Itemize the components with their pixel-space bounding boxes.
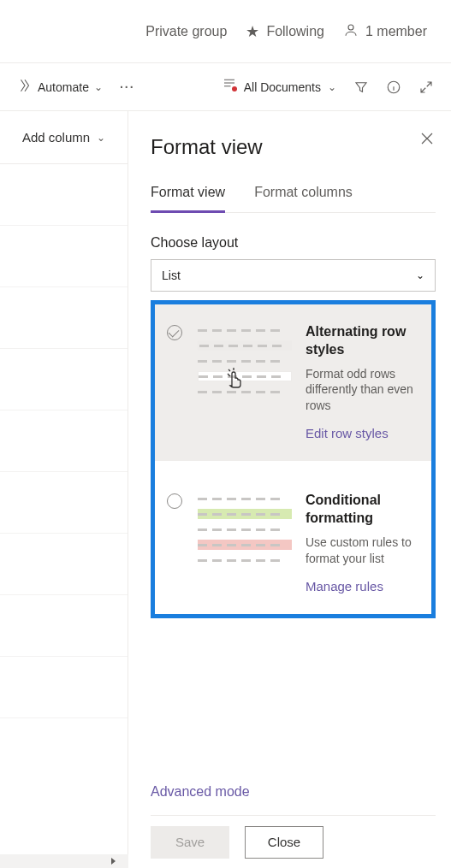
pointer-cursor-icon [223,366,244,391]
chevron-down-icon: ⌄ [328,81,336,93]
advanced-mode-link[interactable]: Advanced mode [151,784,250,800]
option-desc: Use custom rules to format your list [306,534,419,567]
chevron-down-icon: ⌄ [94,81,103,93]
save-button: Save [151,826,229,859]
option-title: Conditional formatting [306,492,419,528]
option-title: Alternating row styles [306,323,419,359]
add-column-button[interactable]: Add column ⌄ [0,111,128,164]
automate-menu[interactable]: Automate ⌄ [17,78,103,96]
tab-format-view[interactable]: Format view [151,185,225,213]
chevron-down-icon: ⌄ [97,132,105,144]
list-view-icon [222,75,237,98]
follow-toggle[interactable]: ★ Following [246,24,324,39]
horizontal-scroll-hint[interactable] [0,854,128,868]
close-pane-button[interactable] [420,132,434,148]
view-switcher[interactable]: All Documents ⌄ [222,75,336,98]
notification-dot-icon [232,86,237,92]
option-desc: Format odd rows differently than even ro… [306,366,419,415]
radio-alternating[interactable] [167,323,184,440]
svg-point-0 [348,25,353,30]
option-alternating-rows[interactable]: Alternating row styles Format odd rows d… [155,304,431,461]
format-style-options: Alternating row styles Format odd rows d… [151,300,436,618]
group-kind: Private group [145,24,227,39]
star-icon: ★ [246,24,259,39]
pane-title: Format view [151,135,436,159]
filter-button[interactable] [353,80,369,95]
layout-dropdown[interactable]: List ⌄ [151,259,436,292]
tab-format-columns[interactable]: Format columns [254,185,353,212]
person-icon [343,22,359,41]
overflow-menu[interactable]: ··· [120,80,135,94]
list-rows-placeholder [0,164,128,868]
members-count[interactable]: 1 member [343,22,427,41]
manage-rules-link[interactable]: Manage rules [306,579,419,593]
info-button[interactable] [386,80,401,95]
flow-icon [17,78,33,96]
thumb-alternating-icon [198,323,292,440]
thumb-conditional-icon [198,492,292,593]
expand-button[interactable] [418,80,434,95]
close-button[interactable]: Close [245,826,323,859]
format-view-pane: Format view Format view Format columns C… [128,111,451,868]
radio-conditional[interactable] [167,492,184,593]
option-conditional-formatting[interactable]: Conditional formatting Use custom rules … [155,473,431,613]
chevron-down-icon: ⌄ [416,269,424,281]
layout-label: Choose layout [151,235,436,251]
edit-row-styles-link[interactable]: Edit row styles [306,426,419,440]
